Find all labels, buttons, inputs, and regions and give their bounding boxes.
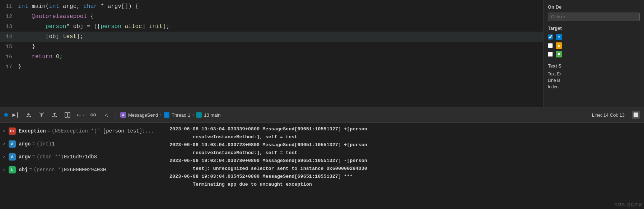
console-entry-4: 2023-06-08 19:03:04.035452+0800 MessageS… [169,173,640,189]
breadcrumb-app: MessageSend [128,112,158,118]
text-row-1: Text Er [548,71,640,76]
toolbar: ▶| ⟵→ ◁ A MessageSend › [0,107,644,123]
line-number-12: 12 [0,12,18,22]
debug-status-dot [4,113,8,117]
line-col-info: Line: 14 Col: 13 [592,112,625,118]
on-demand-title: On De [548,4,640,10]
code-line-14: 14 [obj test]; [0,32,543,42]
var-name-obj: obj [19,167,28,173]
var-value-obj: 0x600000294030 [64,167,106,173]
line-content-13: person* obj = [[person alloc] init]; [18,22,543,32]
var-value-exception: "-[person test]:... [97,128,154,134]
continue-button[interactable]: ▶| [11,110,21,120]
var-name-argv: argv [19,154,31,160]
simulate-button[interactable]: ◁ [101,110,111,120]
step-over-button[interactable] [24,110,34,120]
breadcrumb-sep-2: › [192,112,194,117]
line-content-14: [obj test]; [18,32,543,42]
step-into-button[interactable] [37,110,47,120]
svg-point-3 [94,114,96,116]
var-equals-obj: = [29,167,32,173]
line-content-15: } [18,42,543,52]
var-type-argv: (char **) [37,154,64,160]
code-line-12: 12 @autoreleasepool { [0,11,543,22]
code-line-11: 11 int main(int argc, char * argv[]) { [0,1,543,11]
connect-button[interactable]: ⟵→ [75,110,85,120]
checkbox-icon-1: A [556,34,562,40]
var-badge-argv: A [9,153,16,161]
var-badge-exception: Ex [9,127,16,135]
bottom-area: > Ex Exception = (NSException *) "-[pers… [0,123,644,209]
console-panel: 2023-06-08 19:03:04.030339+0800 MessageS… [165,123,644,209]
right-panel: On De Target A ◆ ■ Text S Text Er Line B… [543,0,644,107]
only-resources-input[interactable] [548,13,640,21]
code-line-13: 13 person* obj = [[person alloc] init]; [0,22,543,32]
var-expand-argv: > [3,155,9,159]
console-entry-3: 2023-06-08 19:03:04.030780+0800 MessageS… [169,157,640,173]
toolbar-divider [116,111,116,119]
checkbox-3[interactable] [548,52,553,57]
var-equals-argc: = [32,141,35,147]
thread-icon: ⏸ [164,112,169,118]
code-lines: 11 int main(int argc, char * argv[]) { 1… [0,0,543,73]
target-label: Target [548,25,640,31]
line-number-17: 17 [0,62,18,72]
checkbox-row-2: ◆ [548,42,640,49]
text-section-title: Text S [548,63,640,69]
app-icon: A [120,112,126,118]
text-row-2: Line B [548,78,640,83]
variable-row-exception[interactable]: > Ex Exception = (NSException *) "-[pers… [0,125,165,138]
code-panel[interactable]: 11 int main(int argc, char * argv[]) { 1… [0,0,543,107]
text-section: Text S Text Er Line B Inden [548,63,640,89]
terminal-icon[interactable]: ⬜ [632,111,640,119]
var-badge-argc: A [9,140,16,148]
svg-rect-1 [68,112,70,117]
variable-row-argc[interactable]: > A argc = (int) 1 [0,138,165,150]
variable-row-obj[interactable]: > L obj = (person *) 0x600000294030 [0,163,165,176]
line-number-13: 13 [0,22,18,32]
svg-point-2 [91,114,93,116]
var-badge-obj: L [9,166,16,173]
text-key-1: Text Er [548,71,561,76]
code-line-15: 15 } [0,42,543,52]
line-number-14: 14 [0,32,18,42]
line-content-12: @autoreleasepool { [18,11,543,22]
line-number-11: 11 [0,2,18,12]
var-name-exception: Exception [19,128,46,134]
var-value-argc: 1 [52,141,55,147]
var-type-exception: (NSException *) [52,128,97,134]
line-content-11: int main(int argc, char * argv[]) { [18,1,543,11]
console-entry-1: 2023-06-08 19:03:04.030339+0800 MessageS… [169,125,640,141]
console-entry-2: 2023-06-08 19:03:04.030723+0800 MessageS… [169,141,640,157]
breadcrumb-thread: Thread 1 [172,112,190,118]
checkbox-icon-3: ■ [556,51,562,57]
var-expand-obj: > [3,168,9,172]
checkbox-row-1: A [548,34,640,40]
var-value-argv: 0x16d971db8 [64,154,97,160]
var-equals-argv: = [32,154,35,160]
text-key-3: Inden [548,84,559,89]
watermark: CSDN @程序员 [615,202,643,208]
var-type-obj: (person *) [34,167,64,173]
var-expand-exception: > [3,129,9,133]
checkbox-row-3: ■ [548,51,640,57]
text-row-3: Inden [548,84,640,89]
code-line-16: 16 return 0; [0,52,543,62]
checkbox-2[interactable] [548,43,553,48]
line-content-16: return 0; [18,52,543,62]
frame-icon: 👤 [196,112,202,118]
var-name-argc: argc [19,141,31,147]
variable-row-argv[interactable]: > A argv = (char **) 0x16d971db8 [0,150,165,163]
breadcrumb-sep-1: › [160,112,162,117]
threads-button[interactable] [88,110,98,120]
line-number-15: 15 [0,42,18,52]
line-number-16: 16 [0,52,18,62]
breakpoints-button[interactable] [62,110,73,120]
line-content-17: } [18,62,543,72]
var-equals-exception: = [47,128,50,134]
step-out-button[interactable] [50,110,60,120]
checkbox-1[interactable] [548,34,553,40]
checkbox-icon-2: ◆ [556,42,562,49]
text-key-2: Line B [548,78,560,83]
variables-panel[interactable]: > Ex Exception = (NSException *) "-[pers… [0,123,165,209]
